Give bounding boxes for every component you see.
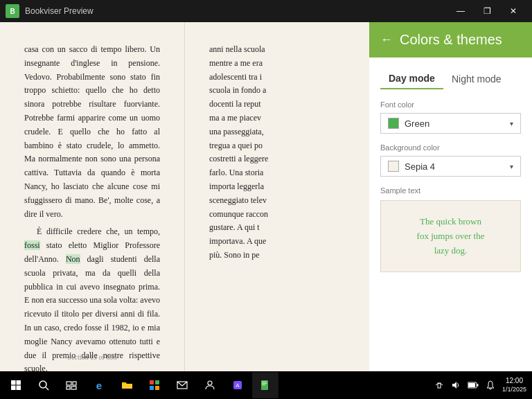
people-icon <box>204 380 215 391</box>
day-mode-button[interactable]: Day mode <box>380 69 443 89</box>
mail-button[interactable] <box>169 372 195 398</box>
page-left-text: casa con un sacco di tempo libero. Un in… <box>24 43 160 221</box>
background-color-value: Sepia 4 <box>405 161 435 172</box>
svg-rect-0 <box>11 380 16 385</box>
svg-rect-25 <box>468 383 475 387</box>
volume-icon[interactable] <box>448 379 463 391</box>
search-icon <box>38 380 49 391</box>
minimize-button[interactable]: — <box>447 0 474 24</box>
svg-rect-6 <box>66 382 71 385</box>
svg-marker-23 <box>452 382 456 389</box>
main-area: casa con un sacco di tempo libero. Un in… <box>0 22 532 371</box>
folder-icon <box>121 380 133 391</box>
page-left: casa con un sacco di tempo libero. Un in… <box>0 22 185 371</box>
svg-rect-12 <box>150 386 154 390</box>
store-icon <box>149 380 160 391</box>
edge-button[interactable]: e <box>86 372 112 398</box>
store-button[interactable] <box>141 372 168 398</box>
bg-color-chevron: ▾ <box>510 163 513 170</box>
sample-text-box: The quick brownfox jumps over thelazy do… <box>380 200 521 272</box>
edge-icon: e <box>96 380 102 391</box>
svg-rect-13 <box>155 386 159 390</box>
background-color-dropdown[interactable]: Sepia 4 ▾ <box>380 156 521 177</box>
highlight-non: Non <box>66 254 80 264</box>
svg-rect-1 <box>17 380 21 385</box>
page-footer: Section 19 of 898 <box>0 352 184 364</box>
svg-rect-21 <box>262 384 265 385</box>
svg-rect-9 <box>71 387 76 389</box>
back-button[interactable]: ← <box>380 33 393 47</box>
svg-text:A: A <box>236 382 240 389</box>
svg-rect-11 <box>155 380 159 384</box>
windows-icon <box>10 380 21 391</box>
font-color-dropdown[interactable]: Green ▾ <box>380 113 521 134</box>
bookviser-icon <box>260 380 271 391</box>
panel-title: Colors & themes <box>400 32 502 48</box>
app1-icon: A <box>232 380 243 391</box>
colors-themes-panel: ← Colors & themes Day mode Night mode Fo… <box>369 22 532 371</box>
bg-color-swatch <box>388 161 399 172</box>
panel-body: Day mode Night mode Font color Green ▾ B… <box>369 57 532 371</box>
font-color-value: Green <box>405 118 429 129</box>
svg-rect-8 <box>66 387 70 389</box>
task-view-icon <box>66 380 77 391</box>
sample-text-content: The quick brownfox jumps over thelazy do… <box>417 215 485 258</box>
app-icon: B <box>6 4 19 18</box>
svg-rect-7 <box>73 382 76 385</box>
font-color-chevron: ▾ <box>510 120 513 127</box>
svg-rect-3 <box>17 386 21 391</box>
svg-rect-19 <box>262 382 267 382</box>
mail-icon <box>177 380 188 391</box>
sample-text-label: Sample text <box>380 186 521 195</box>
titlebar: B Bookviser Preview — ❐ ✕ <box>0 0 532 22</box>
page-right-text: anni nella scuola mentre a me era adoles… <box>209 43 345 263</box>
font-color-swatch <box>388 118 399 129</box>
mode-toggle: Day mode Night mode <box>380 69 521 89</box>
svg-rect-20 <box>262 383 267 384</box>
svg-rect-26 <box>477 384 478 387</box>
app1-button[interactable]: A <box>224 372 251 398</box>
taskbar: e A <box>0 371 532 399</box>
close-button[interactable]: ✕ <box>500 0 526 24</box>
svg-rect-2 <box>11 386 16 391</box>
notifications-icon[interactable] <box>483 379 498 391</box>
search-button[interactable] <box>30 372 57 398</box>
svg-point-15 <box>208 381 212 385</box>
start-button[interactable] <box>3 372 29 398</box>
panel-header: ← Colors & themes <box>369 22 532 57</box>
night-mode-button[interactable]: Night mode <box>443 69 510 89</box>
book-area: casa con un sacco di tempo libero. Un in… <box>0 22 369 371</box>
bookviser-button[interactable] <box>252 372 278 398</box>
font-color-label: Font color <box>380 100 521 109</box>
window-title: Bookviser Preview <box>25 6 447 16</box>
taskbar-right: 12:001/1/2025 <box>432 375 529 395</box>
background-color-label: Background color <box>380 143 521 152</box>
svg-rect-10 <box>150 380 154 384</box>
highlight-fossi: fossi <box>24 240 40 250</box>
battery-icon[interactable] <box>465 380 481 390</box>
restore-button[interactable]: ❐ <box>474 0 500 24</box>
network-icon[interactable] <box>432 379 447 391</box>
page-right: anni nella scuola mentre a me era adoles… <box>185 22 369 371</box>
people-button[interactable] <box>197 372 223 398</box>
window-controls: — ❐ ✕ <box>447 0 526 24</box>
svg-point-4 <box>39 381 46 388</box>
task-view-button[interactable] <box>58 372 85 398</box>
taskbar-clock[interactable]: 12:001/1/2025 <box>499 375 529 395</box>
svg-line-5 <box>46 387 48 390</box>
file-explorer-button[interactable] <box>114 372 140 398</box>
page-left-para2: È difficile credere che, un tempo, fossi… <box>24 225 160 371</box>
